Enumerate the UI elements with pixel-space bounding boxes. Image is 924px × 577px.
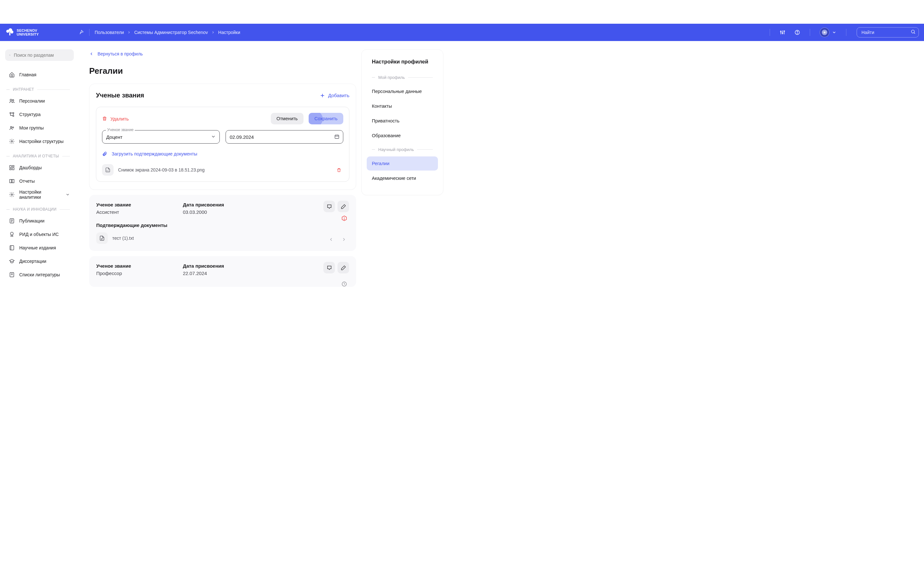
delete-button[interactable]: Удалить (102, 116, 129, 121)
breadcrumb-users[interactable]: Пользователи (95, 30, 124, 35)
sidebar-section-intranet: ИНТРАНЕТ (5, 81, 74, 94)
cancel-button[interactable]: Отменить (271, 113, 304, 124)
svg-point-17 (9, 55, 10, 55)
help-icon[interactable] (790, 29, 804, 35)
sidebar-item-analytics-settings[interactable]: Настройки аналитики (5, 188, 74, 201)
chevron-right-icon (341, 237, 347, 242)
document-icon (9, 218, 15, 224)
upload-documents-link[interactable]: Загрузить подтверждающие документы (102, 149, 343, 158)
edit-button[interactable] (338, 201, 349, 212)
svg-rect-27 (10, 165, 11, 168)
global-search-input[interactable] (857, 27, 919, 37)
svg-rect-3 (9, 32, 11, 35)
gear-icon (9, 139, 15, 144)
comment-icon (326, 204, 332, 210)
rail-item-education[interactable]: Образование (367, 129, 438, 143)
add-button[interactable]: Добавить (320, 93, 349, 98)
prev-button[interactable] (326, 234, 336, 245)
record-rank-value: Профессор (96, 271, 170, 276)
warning-icon[interactable] (341, 215, 347, 221)
file-png-icon: PNG (102, 164, 113, 176)
rank-select[interactable] (102, 130, 220, 143)
svg-point-7 (780, 31, 781, 32)
divider (846, 29, 846, 36)
section-title: Ученые звания (96, 92, 144, 99)
sidebar-item-personnel[interactable]: Персоналии (5, 94, 74, 108)
tree-logo-icon (5, 28, 14, 37)
svg-line-18 (10, 55, 10, 56)
rail-item-privacy[interactable]: Приватность (367, 114, 438, 128)
svg-point-20 (13, 100, 14, 101)
sidebar-item-dissertations[interactable]: Диссертации (5, 255, 74, 268)
breadcrumb-settings[interactable]: Настройки (218, 30, 240, 35)
sidebar-search[interactable] (5, 49, 74, 61)
svg-point-13 (823, 31, 827, 34)
comment-button[interactable] (323, 201, 335, 212)
svg-point-2 (10, 31, 13, 33)
sidebar-item-label: Диссертации (19, 259, 46, 264)
save-button[interactable]: Сохранить (309, 113, 343, 124)
sidebar-item-ip[interactable]: РИД и объекты ИС (5, 227, 74, 241)
rank-select-field[interactable]: Ученое звание (102, 130, 220, 143)
document-file-name[interactable]: тест (1).txt (112, 235, 349, 241)
trash-icon (102, 116, 107, 121)
sidebar-item-dashboards[interactable]: Дашборды (5, 161, 74, 174)
journal-icon (9, 245, 15, 251)
sidebar-section-analytics: АНАЛИТИКА И ОТЧЕТЫ (5, 148, 74, 161)
svg-point-19 (10, 99, 11, 101)
sidebar-item-home[interactable]: Главная (5, 68, 74, 81)
chevron-right-icon (211, 31, 215, 34)
pencil-icon (341, 204, 346, 210)
sidebar-item-reports[interactable]: Отчеты (5, 174, 74, 188)
remove-file-button[interactable] (334, 166, 343, 174)
graduation-icon (9, 258, 15, 264)
file-icon (96, 232, 108, 244)
avatar (820, 27, 829, 37)
chevron-right-icon (127, 31, 131, 34)
right-rail: Настройки профилей Мой профиль Персональ… (361, 41, 449, 305)
rail-item-regalia[interactable]: Регалии (367, 156, 438, 171)
sidebar-item-groups[interactable]: Мои группы (5, 121, 74, 135)
edit-button[interactable] (338, 262, 349, 274)
svg-point-26 (11, 141, 13, 142)
search-icon[interactable] (911, 29, 916, 34)
documents-label: Подтверждающие документы (96, 222, 349, 228)
rail-item-personal[interactable]: Персональные данные (367, 84, 438, 98)
sidebar-item-publications[interactable]: Публикации (5, 214, 74, 227)
sidebar-item-label: Публикации (19, 218, 44, 223)
record-rank-label: Ученое звание (96, 202, 170, 207)
brand-logo[interactable]: SECHENOV UNIVERSITY (5, 28, 79, 37)
sitemap-icon (9, 111, 15, 117)
rail-section-science-profile: Научный профиль (367, 143, 438, 156)
pin-icon[interactable] (79, 30, 84, 35)
book-icon (9, 178, 15, 184)
edit-form: Удалить Отменить Сохранить Ученое звание (96, 107, 349, 182)
sidebar-section-science: НАУКА И ИННОВАЦИИ (5, 201, 74, 214)
rail-item-networks[interactable]: Академические сети (367, 171, 438, 185)
svg-point-31 (11, 194, 13, 195)
sidebar-item-journals[interactable]: Научные издания (5, 241, 74, 255)
date-input[interactable] (226, 130, 343, 143)
sidebar-item-structure-settings[interactable]: Настройки структуры (5, 135, 74, 148)
breadcrumb-admin[interactable]: Системы Администратор Sechenov (134, 30, 208, 35)
settings-sliders-icon[interactable] (775, 29, 790, 35)
date-field[interactable] (226, 130, 343, 143)
chevron-left-icon (328, 237, 334, 242)
svg-point-12 (824, 32, 825, 33)
sidebar-search-input[interactable] (14, 53, 70, 58)
comment-button[interactable] (323, 262, 335, 274)
svg-line-16 (914, 33, 915, 34)
users-icon (9, 98, 15, 104)
home-icon (9, 72, 15, 77)
record-card: Ученое звание Ассистент Дата присвоения … (89, 195, 356, 251)
rail-item-contacts[interactable]: Контакты (367, 99, 438, 113)
user-menu[interactable] (815, 27, 841, 37)
sidebar-item-bibliography[interactable]: Списки литературы (5, 268, 74, 282)
next-button[interactable] (339, 234, 349, 245)
back-to-profile-link[interactable]: Вернуться в профиль (89, 49, 143, 58)
sidebar-item-structure[interactable]: Структура (5, 108, 74, 121)
sidebar-item-label: Мои группы (19, 125, 44, 131)
rail-title: Настройки профилей (367, 59, 438, 65)
chevron-left-icon (89, 52, 94, 56)
sidebar-item-label: РИД и объекты ИС (19, 232, 59, 237)
